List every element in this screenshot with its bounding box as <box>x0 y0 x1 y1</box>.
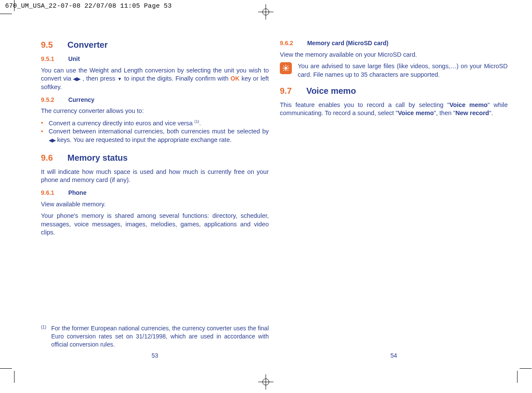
subsection-title: Memory card (MicroSD card) <box>307 40 389 46</box>
print-header: 670_UM_USA_22-07-08 22/07/08 11:05 Page … <box>5 3 172 10</box>
down-arrow-icon: ▼ <box>117 76 122 81</box>
crop-mark <box>0 368 12 369</box>
bullet-list: • Convert a currency directly into euros… <box>41 119 269 144</box>
subsection-title: Unit <box>68 55 80 62</box>
crop-mark <box>14 371 15 383</box>
section-number: 9.5 <box>41 39 66 51</box>
bold-term: Voice memo <box>398 110 434 116</box>
section-9-5-heading: 9.5 Converter <box>41 39 269 51</box>
page-number: 53 <box>41 352 269 360</box>
lightbulb-icon <box>280 62 292 74</box>
section-number: 9.6 <box>41 152 66 164</box>
crop-mark <box>520 368 532 369</box>
crop-mark <box>517 371 517 383</box>
page-left: 9.5 Converter 9.5.1 Unit You can use the… <box>41 39 269 360</box>
section-title: Voice memo <box>306 86 356 95</box>
list-item: • Convert a currency directly into euros… <box>41 119 269 127</box>
text-fragment: keys. You are requested to input the app… <box>57 136 232 143</box>
subsection-title: Phone <box>68 189 87 196</box>
bold-term: New record <box>455 110 489 116</box>
bullet-icon: • <box>41 119 49 127</box>
section-number: 9.7 <box>280 85 305 97</box>
svg-line-4 <box>284 66 285 67</box>
text-fragment: This feature enables you to record a cal… <box>280 101 449 108</box>
bullet-icon: • <box>41 127 49 144</box>
text-fragment: ". <box>489 110 493 116</box>
paragraph: This feature enables you to record a cal… <box>280 101 508 118</box>
footnote-ref: (1) <box>195 119 199 124</box>
paragraph: You can use the Weight and Length conver… <box>41 66 269 92</box>
crop-mark <box>14 0 15 11</box>
svg-line-6 <box>284 70 285 71</box>
left-right-arrow-icon: ◀▶ <box>49 137 55 143</box>
registration-mark-bottom <box>258 374 273 390</box>
text-fragment: Convert a currency directly into euros a… <box>49 120 195 127</box>
paragraph: It will indicate how much space is used … <box>41 168 269 185</box>
list-item: • Convert between international currenci… <box>41 127 269 144</box>
footnote-text: For the former European national currenc… <box>51 324 269 349</box>
crop-mark <box>0 14 12 14</box>
page-right: 9.6.2 Memory card (MicroSD card) View th… <box>280 39 508 360</box>
page-number: 54 <box>280 352 508 360</box>
subsection-9-6-2-heading: 9.6.2 Memory card (MicroSD card) <box>280 39 508 47</box>
text-fragment: , then press <box>82 75 117 82</box>
svg-line-7 <box>288 70 288 71</box>
subsection-title: Currency <box>68 96 94 103</box>
subsection-9-6-1-heading: 9.6.1 Phone <box>41 189 269 197</box>
tip-callout: You are advised to save large files (lik… <box>280 62 508 79</box>
paragraph: The currency converter allows you to: <box>41 107 269 116</box>
subsection-number: 9.5.1 <box>41 55 67 63</box>
text-fragment: . <box>199 120 201 127</box>
tip-text: You are advised to save large files (lik… <box>298 62 508 79</box>
registration-mark-top <box>258 4 273 20</box>
subsection-9-5-1-heading: 9.5.1 Unit <box>41 55 269 63</box>
footnote: (1) For the former European national cur… <box>41 324 269 349</box>
section-9-7-heading: 9.7 Voice memo <box>280 85 508 97</box>
footnote-marker: (1) <box>41 324 51 349</box>
paragraph: View the memory available on your MicroS… <box>280 51 508 59</box>
text-fragment: to input the digits. Finally confirm wit… <box>124 75 230 82</box>
text-fragment: Convert between international currencies… <box>49 128 269 135</box>
text-fragment: ", then " <box>434 110 456 116</box>
list-item-text: Convert between international currencies… <box>49 127 269 144</box>
section-title: Memory status <box>67 153 128 162</box>
subsection-number: 9.5.2 <box>41 96 67 104</box>
subsection-number: 9.6.1 <box>41 189 67 197</box>
list-item-text: Convert a currency directly into euros a… <box>49 119 269 127</box>
left-right-arrow-icon: ◀▶ <box>73 76 80 82</box>
paragraph: View available memory. <box>41 200 269 209</box>
ok-key-glyph: OK <box>230 75 239 82</box>
section-title: Converter <box>67 40 108 49</box>
svg-line-5 <box>288 66 288 67</box>
subsection-9-5-2-heading: 9.5.2 Currency <box>41 96 269 104</box>
section-9-6-heading: 9.6 Memory status <box>41 152 269 164</box>
bold-term: Voice memo <box>449 101 487 108</box>
paragraph: Your phone's memory is shared among seve… <box>41 212 269 237</box>
subsection-number: 9.6.2 <box>280 39 305 47</box>
svg-point-0 <box>285 67 287 69</box>
